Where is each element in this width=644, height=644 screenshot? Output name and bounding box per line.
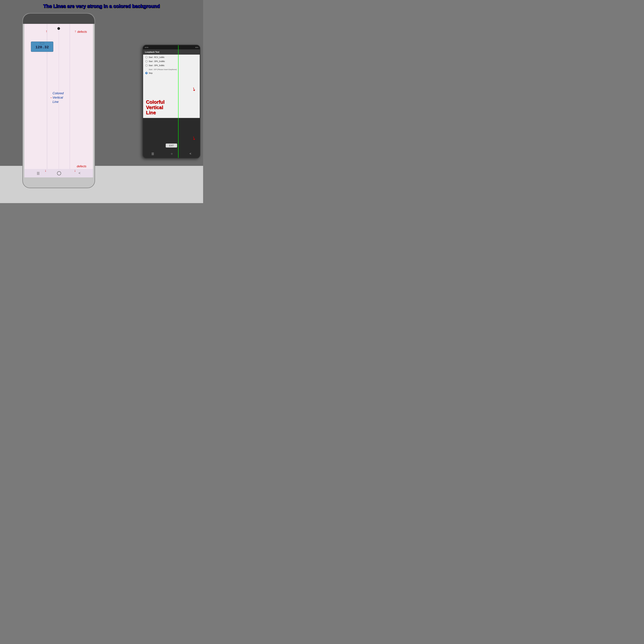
radio-circle-3 (145, 64, 148, 67)
radio-label-stop: Stop (149, 72, 153, 74)
radio-item-stop[interactable]: Stop (145, 72, 198, 74)
second-phone-arrow-2: ↘ (191, 135, 197, 142)
bottom-arrow-left: ↓ (45, 169, 46, 173)
exit-button[interactable]: EXIT (166, 143, 177, 148)
radio-circle-stop (145, 72, 148, 74)
second-phone: 16:53 92% Loopback Test Start : RCV_1stM… (143, 45, 200, 158)
phone-bottom-bar (23, 177, 94, 188)
nav-bar-2: ||| ○ < (143, 149, 200, 158)
radio-item-2[interactable]: Start : SPK_2ndMic (145, 60, 198, 62)
main-phone: 120.32 ||| < ↑ ↑ defects ← Colored Verti… (22, 13, 95, 188)
nav-bar: ||| < (24, 169, 93, 177)
app-title-bar: Loopback Test (143, 49, 200, 55)
radio-item-1[interactable]: Start : RCV_1stMic (145, 56, 198, 58)
status-time: 16:53 (145, 47, 148, 48)
status-bar: 16:53 92% (143, 45, 200, 49)
cvl-text: Colored Vertical Line (53, 91, 64, 104)
nav-recent-icon: < (79, 171, 81, 175)
cvl2-label: Colorful Vertical Line (146, 99, 165, 115)
radio-circle-1 (145, 56, 148, 58)
radio-label-2: Start : SPK_2ndMic (149, 60, 165, 62)
phone-top-bar (23, 14, 94, 24)
top-arrow-right: ↑ (75, 29, 76, 33)
cvl2-text: Colorful Vertical Line (146, 99, 165, 115)
page-title: The Lines are very strong in a colored b… (43, 3, 160, 9)
price-tag: 120.32 (31, 42, 53, 52)
app-title-text: Loopback Test (145, 51, 159, 53)
radio-item-3[interactable]: Start : SPK_3rdMic (145, 64, 198, 67)
defects-top-label: defects (77, 30, 87, 34)
price-text: 120.32 (35, 45, 49, 49)
nav2-home-icon: ○ (171, 152, 173, 155)
nav-back-icon: ||| (37, 171, 40, 175)
nav-home-icon (57, 171, 61, 175)
nav2-menu-icon: ||| (151, 152, 154, 155)
cvl-label: Colored Vertical Line (53, 91, 64, 104)
camera-hole (57, 27, 60, 30)
radio-label-3: Start : SPK_3rdMic (149, 64, 165, 67)
vertical-defect-line-3 (70, 24, 70, 177)
green-vertical-line (178, 45, 179, 158)
bottom-arrow-right: ↓ (74, 169, 76, 173)
nav2-back-icon: < (190, 152, 191, 155)
top-arrow-left: ↑ (46, 29, 47, 33)
defects-bottom-label: defects (77, 165, 86, 168)
second-phone-screen: 16:53 92% Loopback Test Start : RCV_1stM… (143, 45, 200, 158)
earphone-text: Start : E/P (Please insert Earphone) (145, 68, 198, 70)
status-battery: 92% (195, 47, 198, 48)
radio-label-1: Start : RCV_1stMic (149, 56, 165, 58)
radio-circle-2 (145, 60, 148, 62)
